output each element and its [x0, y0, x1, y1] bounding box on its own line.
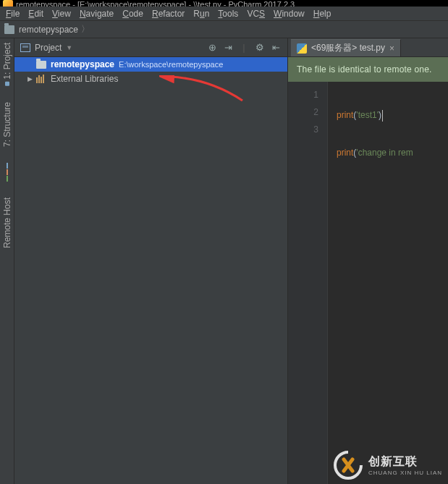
menu-code[interactable]: Code: [118, 9, 148, 19]
library-icon: [36, 75, 46, 83]
menu-edit[interactable]: Edit: [24, 9, 48, 19]
menu-view[interactable]: View: [48, 9, 75, 19]
menu-navigate[interactable]: Navigate: [75, 9, 118, 19]
project-view-icon: [20, 43, 30, 52]
project-tree: remotepyspace E:\workspace\remotepyspace…: [14, 57, 287, 484]
sync-status-banner: The file is identical to remote one.: [288, 57, 448, 82]
app-icon: [3, 0, 13, 7]
expand-icon[interactable]: ▶: [28, 75, 35, 82]
breadcrumb: remotepyspace 〉: [0, 21, 448, 38]
tool-structure-stub[interactable]: 7: Structure: [2, 102, 12, 147]
project-panel-title[interactable]: Project: [35, 43, 62, 53]
tree-external-libs[interactable]: ▶ External Libraries: [14, 72, 287, 86]
project-panel-header: Project ▼ ⊕ ⇥ | ⚙ ⇤: [14, 38, 287, 57]
tab-label: <69服务器> test.py: [311, 42, 385, 54]
code-area[interactable]: 1 2 3 print('test1') print('change in re…: [288, 82, 448, 484]
chevron-right-icon: 〉: [81, 23, 90, 35]
editor-tab[interactable]: <69服务器> test.py ×: [291, 39, 401, 56]
code-text[interactable]: print('test1') print('change in rem: [328, 82, 413, 484]
python-file-icon: [297, 43, 307, 54]
menu-refactor[interactable]: Refactor: [148, 9, 189, 19]
menu-run[interactable]: Run: [189, 9, 214, 19]
tool-remotehost-stub[interactable]: Remote Host: [2, 198, 12, 248]
tree-root-node[interactable]: remotepyspace E:\workspace\remotepyspace: [14, 57, 287, 72]
line-gutter: 1 2 3: [288, 82, 328, 484]
editor-area: <69服务器> test.py × The file is identical …: [288, 38, 448, 484]
close-icon[interactable]: ×: [389, 43, 394, 54]
window-title: remotepyspace - [E:\workspace\remotepysp…: [16, 0, 295, 7]
window-titlebar: remotepyspace - [E:\workspace\remotepysp…: [0, 0, 448, 7]
tree-node-name: External Libraries: [51, 74, 118, 84]
editor-tab-bar: <69服务器> test.py ×: [288, 38, 448, 57]
chevron-down-icon[interactable]: ▼: [66, 44, 72, 51]
menu-tools[interactable]: Tools: [214, 9, 242, 19]
menu-help[interactable]: Help: [309, 9, 336, 19]
tool-palette-icon[interactable]: [7, 163, 8, 182]
folder-icon: [4, 25, 14, 34]
left-tool-gutter: 1: Project 7: Structure Remote Host: [0, 38, 14, 484]
hide-icon[interactable]: ⇤: [270, 42, 282, 54]
tool-project-stub[interactable]: 1: Project: [2, 43, 12, 86]
menu-bar: File Edit View Navigate Code Refactor Ru…: [0, 7, 448, 21]
breadcrumb-root[interactable]: remotepyspace: [19, 25, 78, 35]
menu-vcs[interactable]: VCS: [242, 9, 269, 19]
project-panel: Project ▼ ⊕ ⇥ | ⚙ ⇤ remotepyspace E:\wor…: [14, 38, 288, 484]
collapse-all-icon[interactable]: ⇥: [222, 42, 234, 54]
tree-node-name: remotepyspace: [51, 59, 114, 69]
folder-icon: [36, 61, 46, 69]
locate-icon[interactable]: ⊕: [206, 42, 218, 54]
menu-file[interactable]: File: [1, 9, 24, 19]
caret: [382, 110, 383, 122]
divider: |: [238, 42, 250, 54]
gear-icon[interactable]: ⚙: [254, 42, 266, 54]
menu-window[interactable]: Window: [269, 9, 309, 19]
tree-node-path: E:\workspace\remotepyspace: [119, 60, 223, 69]
